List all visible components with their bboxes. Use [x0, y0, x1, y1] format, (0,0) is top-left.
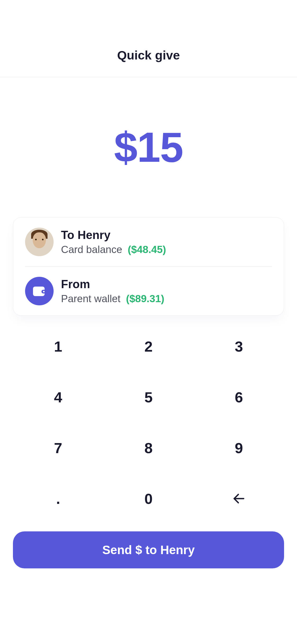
key-4[interactable]: 4: [13, 372, 103, 422]
source-row[interactable]: From Parent wallet ($89.31): [25, 266, 272, 315]
recipient-avatar: [25, 228, 54, 256]
header: Quick give: [0, 0, 297, 77]
key-6[interactable]: 6: [194, 372, 284, 422]
key-backspace[interactable]: [194, 473, 284, 524]
source-title: From: [61, 278, 164, 291]
svg-point-2: [43, 291, 45, 292]
transfer-card: To Henry Card balance ($48.45) From Pare…: [13, 217, 284, 316]
key-9[interactable]: 9: [194, 422, 284, 473]
send-button[interactable]: Send $ to Henry: [13, 531, 284, 568]
source-sub: Parent wallet ($89.31): [61, 293, 164, 305]
key-8[interactable]: 8: [103, 422, 194, 473]
key-dot[interactable]: .: [13, 473, 103, 524]
recipient-row[interactable]: To Henry Card balance ($48.45): [25, 218, 272, 266]
arrow-left-icon: [232, 491, 246, 506]
key-0[interactable]: 0: [103, 473, 194, 524]
amount-section: $15: [0, 77, 297, 217]
key-2[interactable]: 2: [103, 321, 194, 372]
key-1[interactable]: 1: [13, 321, 103, 372]
footer: Send $ to Henry: [0, 524, 297, 568]
recipient-sub: Card balance ($48.45): [61, 244, 166, 255]
key-5[interactable]: 5: [103, 372, 194, 422]
source-balance: ($89.31): [126, 293, 164, 304]
recipient-text: To Henry Card balance ($48.45): [61, 228, 166, 255]
amount-display: $15: [114, 123, 183, 172]
recipient-title: To Henry: [61, 228, 166, 242]
keypad: 1 2 3 4 5 6 7 8 9 . 0: [0, 321, 297, 524]
recipient-balance: ($48.45): [128, 244, 166, 255]
key-3[interactable]: 3: [194, 321, 284, 372]
source-sub-label: Parent wallet: [61, 293, 120, 304]
key-7[interactable]: 7: [13, 422, 103, 473]
wallet-icon: [25, 277, 54, 305]
source-text: From Parent wallet ($89.31): [61, 278, 164, 305]
recipient-sub-label: Card balance: [61, 244, 122, 255]
page-title: Quick give: [117, 48, 180, 62]
